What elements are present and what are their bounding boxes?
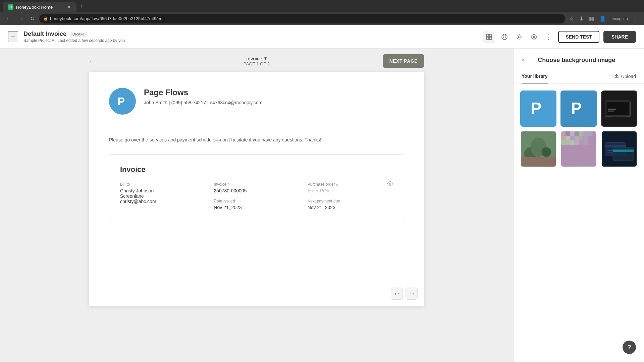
svg-rect-34: [584, 131, 588, 136]
svg-rect-31: [570, 131, 575, 136]
active-tab[interactable]: H HoneyBook: Home ✕: [3, 2, 76, 12]
help-btn[interactable]: ?: [623, 341, 636, 354]
panel-header: × Choose background image: [514, 49, 644, 69]
doc-title: Default Invoice: [23, 31, 66, 38]
forward-nav-btn[interactable]: →: [16, 14, 25, 23]
address-bar[interactable]: 🔒 honeybook.com/app/flow/655d7dae0e2be31…: [39, 14, 565, 23]
download-icon[interactable]: ⬇: [578, 14, 585, 23]
invoice-number-group: Invoice # 250780-000005 Date issued Nov …: [214, 182, 299, 210]
grid-icon: [486, 34, 492, 40]
panel-close-btn[interactable]: ×: [522, 57, 525, 64]
reload-btn[interactable]: ↻: [28, 14, 37, 23]
svg-point-9: [518, 36, 520, 38]
project-name: Sample Project A: [23, 38, 54, 43]
back-btn[interactable]: ←: [8, 31, 18, 42]
star-icon[interactable]: ☆: [568, 14, 575, 23]
send-test-btn[interactable]: SEND TEST: [558, 31, 599, 43]
svg-rect-47: [584, 140, 588, 145]
panel-title: Choose background image: [525, 57, 628, 64]
tab-upload[interactable]: Upload: [614, 69, 636, 83]
palette-icon: [501, 34, 508, 40]
company-logo: P: [109, 88, 136, 115]
edited-time: Last edited a few seconds ago by you: [57, 38, 125, 43]
main-content: ← Invoice ▾ PAGE 1 OF 2 NEXT PAGE: [0, 49, 644, 362]
doc-page-nav: Invoice ▾ PAGE 1 OF 2: [244, 55, 270, 66]
image-thumb-inner-4: [521, 131, 556, 166]
invoice-number-field: Invoice # 250780-000005: [214, 182, 299, 193]
svg-rect-35: [588, 131, 592, 136]
library-image-6[interactable]: [601, 131, 637, 167]
redo-btn[interactable]: ↪: [406, 288, 418, 300]
top-nav: ← Default Invoice DRAFT Sample Project A…: [0, 25, 644, 49]
tab-your-library[interactable]: Your library: [522, 69, 548, 83]
browser-chrome: H HoneyBook: Home ✕ + ← → ↻ 🔒 honeybook.…: [0, 0, 644, 25]
tab-close-btn[interactable]: ✕: [67, 4, 71, 10]
doc-type-selector[interactable]: Invoice ▾: [244, 55, 270, 61]
p-logo-blue-1: P: [527, 97, 550, 120]
svg-text:P: P: [117, 95, 125, 108]
tech-photo-svg: [602, 131, 637, 166]
invoice-number-label: Invoice #: [214, 182, 299, 187]
library-image-1[interactable]: P: [520, 90, 556, 127]
doc-edited-text: [55, 38, 56, 43]
image-thumb-inner-2: P: [561, 91, 596, 126]
library-image-2[interactable]: P: [560, 90, 597, 127]
svg-point-26: [542, 147, 551, 157]
upload-icon: [614, 74, 619, 79]
image-thumb-inner-5: [561, 131, 596, 166]
purchase-order-placeholder[interactable]: Enter PO#: [308, 188, 393, 193]
next-page-btn[interactable]: NEXT PAGE: [383, 54, 424, 68]
svg-rect-46: [579, 140, 583, 145]
bill-to-field: Bill to Christy Johnson Screenlane chris…: [120, 182, 206, 210]
company-contact: John Smith | (099) 558-74217 | e4763cc4@…: [144, 100, 263, 105]
library-image-5[interactable]: [560, 131, 597, 167]
svg-rect-54: [613, 149, 634, 152]
bill-to-label: Bill to: [120, 182, 206, 187]
svg-rect-1: [489, 34, 492, 37]
bill-to-email: christy@abc.com: [120, 199, 206, 204]
invoice-section-title: Invoice: [120, 165, 393, 174]
svg-point-4: [502, 34, 507, 40]
share-btn[interactable]: SHARE: [603, 31, 636, 43]
doc-type-label: Invoice: [246, 56, 262, 61]
svg-rect-36: [561, 136, 566, 140]
date-issued-value: Nov 21, 2023: [214, 205, 299, 210]
svg-rect-42: [561, 140, 566, 145]
svg-rect-37: [566, 136, 570, 140]
preview-btn[interactable]: [529, 32, 539, 42]
doc-back-arrow-btn[interactable]: ←: [89, 57, 95, 64]
browser-toolbar-actions: ☆ ⬇ ▦ 👤 Incognito ⋮: [568, 14, 640, 23]
svg-rect-50: [605, 145, 626, 147]
svg-rect-22: [608, 111, 614, 112]
image-thumb-inner-6: [602, 131, 637, 166]
svg-point-12: [389, 183, 391, 185]
palette-btn[interactable]: [499, 32, 510, 42]
svg-rect-32: [575, 131, 579, 136]
library-image-3[interactable]: [601, 90, 637, 127]
svg-point-7: [503, 37, 504, 38]
block-count-btn[interactable]: [483, 31, 495, 43]
svg-rect-53: [613, 147, 634, 161]
plant-photo-svg: [521, 131, 556, 166]
date-issued-label: Date issued: [214, 199, 299, 203]
back-nav-btn[interactable]: ←: [4, 14, 13, 23]
svg-text:P: P: [571, 100, 582, 117]
invoice-number-value: 250780-000005: [214, 188, 299, 193]
tab-title: HoneyBook: Home: [16, 5, 53, 10]
doc-title-row: Default Invoice DRAFT: [23, 31, 478, 38]
new-tab-btn[interactable]: +: [76, 2, 86, 10]
panel-tabs: Your library Upload: [514, 69, 644, 84]
more-options-btn[interactable]: ⋮: [543, 31, 554, 43]
invoice-company-header: P Page Flows John Smith | (099) 558-7421…: [109, 88, 404, 115]
undo-redo-controls: ↩ ↪: [391, 288, 418, 300]
profile-icon[interactable]: 👤: [598, 14, 607, 23]
menu-icon[interactable]: ⋮: [632, 14, 640, 23]
purchase-order-field: Purchase order # Enter PO#: [308, 182, 393, 193]
extension-icon[interactable]: ▦: [588, 14, 595, 23]
undo-btn[interactable]: ↩: [391, 288, 403, 300]
svg-rect-2: [486, 37, 489, 40]
settings-btn[interactable]: [514, 32, 525, 42]
visibility-toggle-btn[interactable]: [387, 181, 393, 188]
library-image-4[interactable]: [520, 131, 556, 167]
svg-rect-30: [566, 131, 570, 136]
